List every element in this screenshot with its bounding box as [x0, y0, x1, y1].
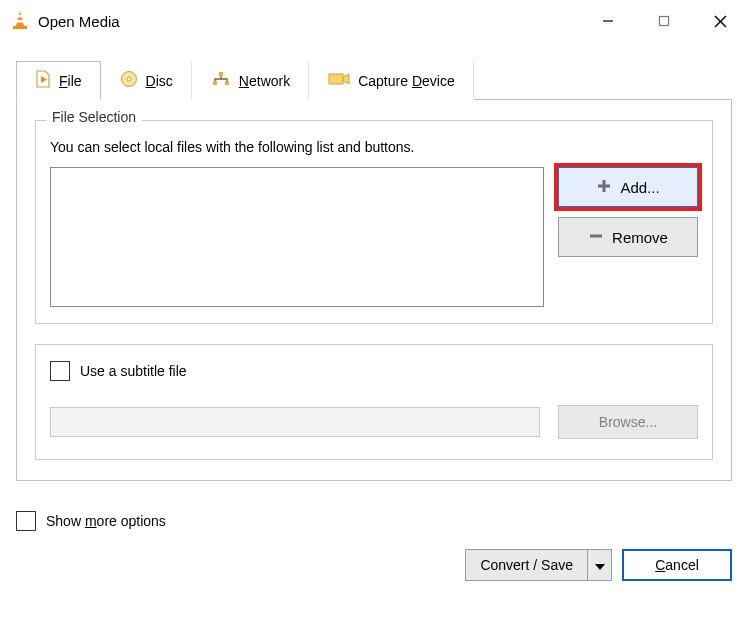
tab-capture-device[interactable]: Capture Device — [309, 61, 474, 100]
vlc-cone-icon — [10, 10, 30, 32]
svg-marker-19 — [595, 564, 605, 570]
tab-label: Network — [239, 73, 290, 89]
titlebar: Open Media — [0, 0, 748, 42]
minimize-button[interactable] — [580, 0, 636, 42]
chevron-down-icon — [595, 557, 605, 573]
svg-rect-12 — [213, 81, 217, 85]
svg-rect-11 — [219, 72, 223, 76]
add-button-label: Add... — [620, 179, 659, 196]
svg-rect-3 — [13, 26, 27, 29]
svg-rect-1 — [17, 15, 23, 17]
file-list[interactable] — [50, 167, 544, 307]
tab-label: Disc — [146, 73, 173, 89]
window-title: Open Media — [38, 13, 120, 30]
close-button[interactable] — [692, 0, 748, 42]
tabbar: File Disc Network Capture Device — [16, 60, 732, 100]
svg-marker-0 — [16, 11, 24, 26]
network-icon — [211, 71, 231, 90]
remove-button-label: Remove — [612, 229, 668, 246]
tab-label: File — [59, 73, 82, 89]
file-selection-group: File Selection You can select local file… — [35, 120, 713, 324]
svg-rect-5 — [660, 17, 669, 26]
cancel-button-label: Cancel — [655, 557, 699, 573]
browse-button-label: Browse... — [599, 414, 657, 430]
dialog-actions: Convert / Save Cancel — [16, 549, 732, 581]
file-selection-instruction: You can select local files with the foll… — [50, 139, 698, 155]
convert-save-dropdown[interactable] — [588, 549, 612, 581]
tab-label: Capture Device — [358, 73, 455, 89]
svg-point-10 — [127, 77, 131, 81]
minus-icon — [588, 228, 604, 247]
subtitle-group: Use a subtitle file Browse... — [35, 344, 713, 460]
plus-icon — [596, 178, 612, 197]
svg-rect-14 — [329, 74, 343, 84]
svg-marker-15 — [343, 74, 349, 84]
tab-file[interactable]: File — [16, 61, 101, 100]
svg-rect-2 — [16, 20, 23, 23]
cancel-button[interactable]: Cancel — [622, 549, 732, 581]
browse-button: Browse... — [558, 405, 698, 439]
disc-icon — [120, 70, 138, 91]
window-controls — [580, 0, 748, 42]
subtitle-path-input — [50, 407, 540, 437]
maximize-button[interactable] — [636, 0, 692, 42]
tab-disc[interactable]: Disc — [101, 61, 192, 100]
convert-save-button[interactable]: Convert / Save — [465, 549, 612, 581]
subtitle-checkbox[interactable] — [50, 361, 70, 381]
show-more-checkbox[interactable] — [16, 511, 36, 531]
tab-network[interactable]: Network — [192, 61, 309, 100]
remove-button[interactable]: Remove — [558, 217, 698, 257]
svg-rect-18 — [590, 234, 602, 237]
subtitle-checkbox-label: Use a subtitle file — [80, 363, 187, 379]
add-button[interactable]: Add... — [558, 167, 698, 207]
tab-panel-file: File Selection You can select local file… — [16, 100, 732, 481]
file-selection-legend: File Selection — [46, 109, 142, 125]
convert-save-label[interactable]: Convert / Save — [465, 549, 588, 581]
svg-rect-13 — [225, 81, 229, 85]
svg-rect-17 — [598, 184, 610, 187]
show-more-label: Show more options — [46, 513, 166, 529]
capture-device-icon — [328, 71, 350, 90]
show-more-options-row: Show more options — [16, 511, 732, 531]
file-tab-icon — [35, 70, 51, 91]
